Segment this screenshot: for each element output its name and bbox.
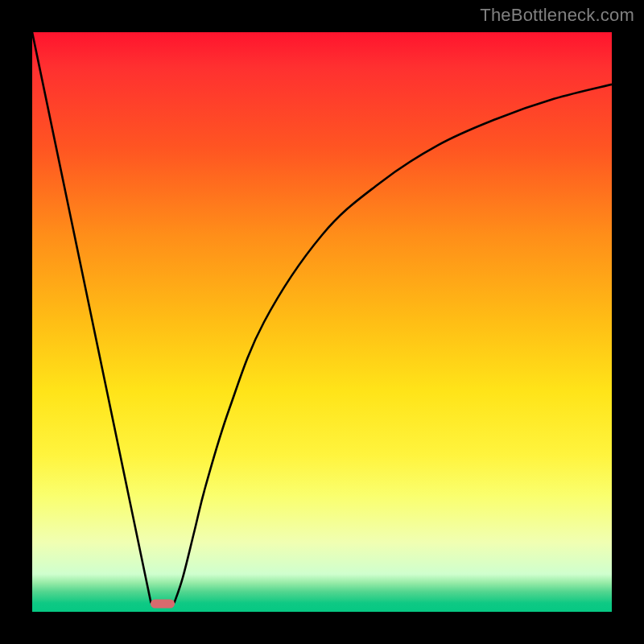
plot-area bbox=[32, 32, 612, 612]
chart-frame: TheBottleneck.com bbox=[0, 0, 644, 644]
curve-layer bbox=[32, 32, 612, 612]
curve-left-descent bbox=[32, 32, 151, 603]
curve-right-rise bbox=[174, 85, 612, 603]
minimum-pill-marker bbox=[151, 599, 175, 608]
credit-label: TheBottleneck.com bbox=[480, 5, 634, 26]
